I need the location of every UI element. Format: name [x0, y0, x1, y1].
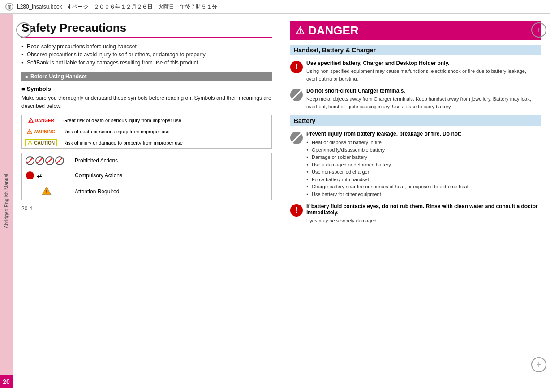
- crosshair-tl: [16, 22, 31, 39]
- list-item: Use non-specified charger: [306, 168, 468, 176]
- warning-desc: Risk of death or serious injury from imp…: [60, 126, 272, 137]
- crosshair-br: [531, 357, 546, 374]
- top-bar-circle: ⊕: [5, 3, 13, 11]
- warning-body-2: Keep metal objects away from Charger ter…: [306, 95, 541, 110]
- danger-desc: Great risk of death or serious injury fr…: [60, 115, 272, 126]
- attention-label: Attention Required: [71, 183, 272, 200]
- content-area: Safety Precautions Read safety precautio…: [13, 14, 550, 388]
- attention-triangle: !: [41, 186, 52, 196]
- warning-item-3: Prevent injury from battery leakage, bre…: [290, 131, 541, 198]
- svg-text:!: !: [30, 142, 30, 145]
- table-row: ! DANGER Great risk of death or serious …: [22, 115, 272, 126]
- list-item: Charge battery near fire or sources of h…: [306, 183, 468, 191]
- battery-list: Heat or dispose of battery in fire Open/…: [306, 139, 468, 198]
- bullet-item: Observe precautions to avoid injury to s…: [21, 51, 272, 58]
- actions-table: Prohibited Actions ! ⇄ Compulsory Action…: [21, 153, 272, 200]
- prohib-circle-4: [55, 156, 64, 165]
- list-item: Force battery into handset: [306, 176, 468, 183]
- left-content: Safety Precautions Read safety precautio…: [13, 14, 281, 388]
- warning-heading-1: Use specified battery, Charger and Deskt…: [306, 60, 541, 66]
- symbols-desc: Make sure you thoroughly understand thes…: [21, 94, 272, 110]
- warning-body-4: Eyes may be severely damaged.: [306, 217, 541, 225]
- warning-text-1: Use specified battery, Charger and Deskt…: [306, 60, 541, 82]
- top-bar: ⊕ L280_insatsu.book 4 ページ ２００６年１２月２６日 火曜…: [0, 0, 550, 14]
- warning-item-4: ! If battery fluid contacts eyes, do not…: [290, 203, 541, 225]
- list-item: Damage or solder battery: [306, 153, 468, 161]
- prohibited-label: Prohibited Actions: [71, 153, 272, 168]
- table-row: ! ⇄ Compulsory Actions: [22, 168, 272, 183]
- table-row: ! Attention Required: [22, 183, 272, 200]
- section-header-text: Before Using Handset: [30, 73, 86, 80]
- subsection2-bar: Battery: [290, 115, 541, 126]
- caution-desc: Risk of injury or damage to property fro…: [60, 137, 272, 149]
- symbols-heading: ■ Symbols: [21, 85, 272, 92]
- bullet-item: Read safety precautions before using han…: [21, 43, 272, 50]
- prohib-circle-3: [45, 156, 54, 165]
- warning-heading-4: If battery fluid contacts eyes, do not r…: [306, 203, 541, 216]
- warning-heading-3: Prevent injury from battery leakage, bre…: [306, 131, 468, 137]
- table-row: ! CAUTION Risk of injury or damage to pr…: [22, 137, 272, 149]
- danger-title: ⚠ DANGER: [290, 21, 541, 40]
- prohib-circle-2: [35, 156, 44, 165]
- compulsory-label: Compulsory Actions: [71, 168, 272, 183]
- safety-title: Safety Precautions: [21, 21, 272, 38]
- warning-heading-2: Do not short-circuit Charger terminals.: [306, 88, 541, 94]
- prohibited-icon-3: [290, 132, 303, 144]
- crosshair-tr: [531, 22, 546, 39]
- table-row: Prohibited Actions: [22, 153, 272, 168]
- warning-text-3: Prevent injury from battery leakage, bre…: [306, 131, 468, 198]
- warning-body-1: Using non-specified equipment may cause …: [306, 68, 541, 82]
- warning-badge: ! WARNING: [25, 128, 57, 135]
- danger-label: DANGER: [308, 24, 359, 38]
- sidebar-label: Abridged English Manual: [4, 174, 9, 228]
- warning-item-1: ! Use specified battery, Charger and Des…: [290, 60, 541, 82]
- list-item: Use battery for other equipment: [306, 191, 468, 198]
- list-item: Use a damaged or deformed battery: [306, 161, 468, 169]
- caution-badge: ! CAUTION: [25, 139, 57, 146]
- svg-text:!: !: [46, 189, 47, 194]
- left-sidebar: Abridged English Manual 20: [0, 14, 13, 388]
- compulsory-icons: ! ⇄: [26, 171, 67, 180]
- warning-text-2: Do not short-circuit Charger terminals. …: [306, 88, 541, 110]
- svg-text:!: !: [29, 131, 30, 134]
- section-header: Before Using Handset: [21, 72, 272, 81]
- main-container: Abridged English Manual 20 Safety Precau…: [0, 14, 550, 388]
- mandatory-icon-4: !: [290, 204, 303, 217]
- subsection1-bar: Handset, Battery & Charger: [290, 45, 541, 55]
- danger-badge: ! DANGER: [26, 117, 56, 124]
- warning-text-4: If battery fluid contacts eyes, do not r…: [306, 203, 541, 225]
- svg-text:!: !: [30, 119, 31, 123]
- bullet-list: Read safety precautions before using han…: [21, 43, 272, 66]
- list-item: Open/modify/disassemble battery: [306, 146, 468, 154]
- page-number: 20: [0, 375, 13, 388]
- prohib-circle-1: [26, 156, 34, 165]
- prohibited-icons: [26, 156, 67, 165]
- bottom-page-left: 20-4: [21, 205, 272, 212]
- mandatory-icon-1: !: [290, 61, 303, 73]
- top-bar-text: L280_insatsu.book 4 ページ ２００６年１２月２６日 火曜日 …: [17, 3, 217, 11]
- right-content: ⚠ DANGER Handset, Battery & Charger ! Us…: [281, 14, 550, 388]
- danger-triangle-icon: ⚠: [296, 25, 305, 37]
- bullet-item: SoftBank is not liable for any damages r…: [21, 60, 272, 66]
- prohibited-icon-2: [290, 89, 303, 101]
- arrows-icon: ⇄: [37, 172, 42, 179]
- exclaim-icon: !: [26, 171, 34, 179]
- warning-item-2: Do not short-circuit Charger terminals. …: [290, 88, 541, 110]
- list-item: Heat or dispose of battery in fire: [306, 139, 468, 146]
- warning-table: ! DANGER Great risk of death or serious …: [21, 115, 272, 149]
- table-row: ! WARNING Risk of death or serious injur…: [22, 126, 272, 137]
